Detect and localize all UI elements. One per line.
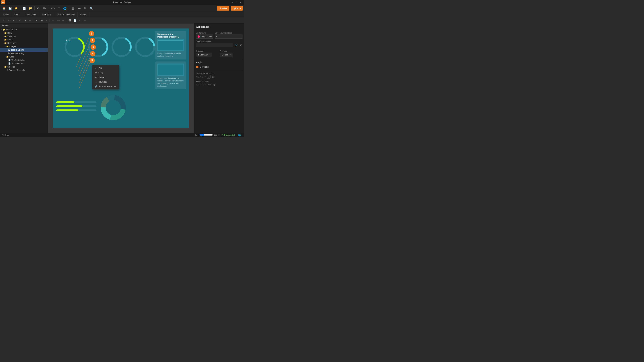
search-button[interactable]: 🔍 bbox=[88, 6, 94, 11]
text-tool-btn[interactable]: T bbox=[1, 18, 6, 23]
screen-duration-input[interactable] bbox=[215, 34, 243, 38]
background-color-swatch[interactable]: #FF327788 ▾ bbox=[196, 34, 213, 38]
menu-lists-tiles[interactable]: Lists & Tiles bbox=[23, 12, 39, 17]
menu-media-documents[interactable]: Media & Documents bbox=[54, 12, 78, 17]
grid-btn[interactable]: ⊞ bbox=[40, 18, 44, 23]
settings-button[interactable]: ⚙▾ bbox=[36, 6, 41, 11]
ctx-edit-label: Edit bbox=[98, 67, 102, 69]
chart-circle-btn[interactable]: ⊙ bbox=[18, 18, 22, 23]
text-button[interactable]: T bbox=[56, 6, 62, 11]
references-icon: 🔗 bbox=[94, 85, 97, 88]
folder-icon: 📁 bbox=[6, 45, 9, 48]
donut-chart-svg bbox=[100, 94, 126, 121]
transition-select[interactable]: Fade Over bbox=[196, 53, 212, 57]
tree-scripts[interactable]: ▸ 📁 Scripts bbox=[0, 38, 48, 41]
is-enabled-checkbox[interactable]: ✓ bbox=[196, 66, 198, 68]
bubble-4: 4 bbox=[90, 51, 96, 56]
barcode2-button[interactable]: ▬ bbox=[76, 6, 82, 11]
main-toolbar: 🏠 💾 📂 📄 📁 ⚙▾ ⊞▾ </> T 🌐 ▦ ▬ h 🔍 Preview … bbox=[0, 5, 244, 12]
ctx-edit[interactable]: ✏ Edit bbox=[92, 66, 119, 70]
barcode-button[interactable]: ▦ bbox=[70, 6, 76, 11]
tree-testfile-04[interactable]: ▸ 📄 Testfile-04.xlsx bbox=[0, 62, 48, 65]
forward-button[interactable]: › bbox=[12, 1, 15, 4]
menu-others[interactable]: Others bbox=[78, 12, 89, 17]
animation-label: Animation bbox=[220, 50, 242, 52]
tree-variables[interactable]: ▸ 📁 Variables bbox=[0, 35, 48, 38]
hub-button[interactable]: h bbox=[82, 6, 88, 11]
svg-line-17 bbox=[79, 62, 90, 89]
new-button[interactable]: 📄 bbox=[22, 6, 27, 11]
delete-icon: 🗑 bbox=[94, 76, 97, 79]
tree-testfile-02[interactable]: ▸ 🖼 Testfile-02.png bbox=[0, 52, 48, 55]
is-enabled-row: ✓ Is enabled bbox=[196, 66, 242, 68]
explorer-header: Explorer bbox=[0, 23, 48, 28]
others-more-btn[interactable]: ··· bbox=[84, 19, 86, 22]
tree-visualization[interactable]: ▾ 📁 Visualization bbox=[0, 28, 48, 31]
ctx-show-references[interactable]: 🔗 Show all references bbox=[92, 84, 119, 89]
image-file-icon: 🖼 bbox=[8, 49, 10, 51]
conditional-delete-button[interactable]: 🗑 bbox=[212, 76, 214, 78]
tree-testfile-03[interactable]: ▸ 📄 Testfile-03.xlsx bbox=[0, 58, 48, 62]
language-button[interactable]: 🌐 bbox=[237, 132, 242, 137]
menu-charts[interactable]: Charts bbox=[12, 12, 23, 17]
tree-resources[interactable]: ▾ 📁 Resources bbox=[0, 41, 48, 45]
zoom-control: 45% 100 ⇔ bbox=[195, 134, 220, 136]
list-btn[interactable]: ≡ bbox=[34, 18, 39, 23]
interactive-more-btn[interactable]: ··· bbox=[62, 19, 64, 22]
input-btn[interactable]: ▭ bbox=[51, 18, 56, 23]
charts-more-btn[interactable]: ··· bbox=[28, 19, 31, 22]
save-button[interactable]: 💾 bbox=[8, 6, 13, 11]
activation-code-button[interactable]: </> bbox=[207, 83, 212, 86]
media-more-btn[interactable]: ··· bbox=[78, 19, 81, 22]
globe-button[interactable]: 🌐 bbox=[62, 6, 68, 11]
tree-images[interactable]: ▾ 📁 Images bbox=[0, 45, 48, 48]
zoom-slider[interactable] bbox=[200, 134, 213, 136]
tree-screens[interactable]: ▾ 📁 Screens bbox=[0, 65, 48, 68]
folder-icon: 📁 bbox=[4, 38, 7, 41]
screenshot-inner bbox=[158, 40, 183, 50]
clear-image-button[interactable]: 🗑 bbox=[239, 43, 242, 46]
panel-divider-1 bbox=[196, 59, 242, 59]
canvas-area[interactable]: me bbox=[48, 23, 194, 133]
upload-arrow-icon: ▾ bbox=[240, 7, 241, 9]
open-folder-button[interactable]: 📁 bbox=[28, 6, 33, 11]
tree-screen1[interactable]: ▸ 🖥 Screen (Screen1) bbox=[0, 68, 48, 72]
upload-button[interactable]: Upload ▾ bbox=[231, 6, 243, 10]
color-dot bbox=[198, 35, 200, 38]
tree-excel[interactable]: ▾ 📁 Excel bbox=[0, 55, 48, 58]
explorer-panel: Explorer ▾ 📁 Visualization ▸ 📁 Data ▸ 📁 … bbox=[0, 23, 48, 133]
rect-tool-btn[interactable]: □ bbox=[7, 18, 12, 23]
ctx-copy[interactable]: ⧉ Copy bbox=[92, 70, 119, 75]
close-button[interactable]: ✕ bbox=[239, 1, 243, 4]
board-settings-button[interactable]: ⊞▾ bbox=[42, 6, 47, 11]
more-button[interactable]: ··· bbox=[44, 49, 46, 51]
minimize-button[interactable]: − bbox=[230, 1, 234, 4]
ctx-delete[interactable]: 🗑 Delete bbox=[92, 75, 119, 80]
activation-delete-button[interactable]: 🗑 bbox=[213, 83, 216, 86]
chart-line-btn[interactable]: ⊟ bbox=[23, 18, 28, 23]
tree-testfile-01[interactable]: ▸ 🖼 Testfile-01.png ··· bbox=[0, 48, 48, 52]
home-button[interactable]: 🏠 bbox=[1, 6, 7, 11]
animation-select[interactable]: Default bbox=[220, 53, 233, 57]
preview-button[interactable]: Preview bbox=[217, 6, 230, 10]
menu-basics[interactable]: Basics bbox=[0, 12, 12, 17]
tree-data[interactable]: ▸ 📁 Data bbox=[0, 31, 48, 35]
maximize-button[interactable]: □ bbox=[234, 1, 238, 4]
tree-label: Resources bbox=[8, 42, 17, 44]
toolbar-right: Preview Upload ▾ bbox=[217, 6, 243, 10]
image-btn[interactable]: 🖼 bbox=[67, 18, 72, 23]
checkmark-icon: ✓ bbox=[196, 66, 198, 68]
background-image-input[interactable] bbox=[196, 43, 233, 47]
menu-interactive[interactable]: Interactive bbox=[39, 12, 54, 17]
conditional-edit-button[interactable]: ⊞ bbox=[207, 75, 211, 79]
input2-btn[interactable]: ▬ bbox=[56, 18, 61, 23]
code-button[interactable]: </> bbox=[50, 6, 56, 11]
ctx-download[interactable]: ⬇ Download bbox=[92, 80, 119, 84]
pdf-btn[interactable]: 📄 bbox=[72, 18, 77, 23]
basics-more-btn[interactable]: ··· bbox=[12, 19, 15, 22]
back-button[interactable]: ‹ bbox=[8, 1, 11, 4]
link-icon-button[interactable]: 🔗 bbox=[234, 43, 238, 46]
lists-more-btn[interactable]: ··· bbox=[45, 19, 48, 22]
dashboard-canvas[interactable]: me bbox=[53, 28, 189, 128]
open-recent-button[interactable]: 📂 bbox=[14, 6, 19, 11]
